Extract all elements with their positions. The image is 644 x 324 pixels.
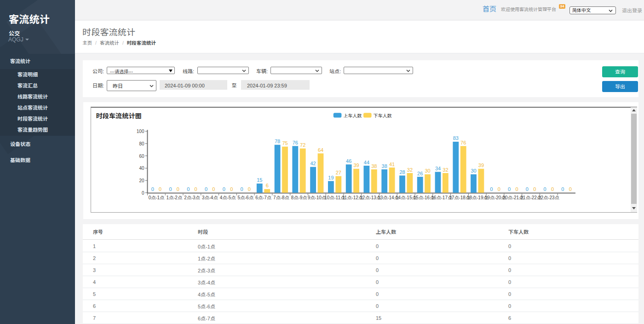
svg-text:26: 26 bbox=[417, 171, 423, 176]
svg-text:0: 0 bbox=[187, 186, 190, 192]
svg-text:64: 64 bbox=[318, 147, 323, 153]
svg-text:0: 0 bbox=[169, 186, 172, 192]
svg-text:46: 46 bbox=[346, 158, 351, 164]
svg-text:0: 0 bbox=[142, 191, 144, 196]
svg-text:下车人数: 下车人数 bbox=[374, 113, 392, 118]
svg-text:6: 6 bbox=[266, 183, 269, 188]
svg-text:41: 41 bbox=[389, 162, 395, 167]
svg-text:0: 0 bbox=[240, 186, 243, 192]
svg-text:39: 39 bbox=[478, 162, 484, 168]
svg-text:44: 44 bbox=[364, 160, 369, 165]
svg-text:0: 0 bbox=[508, 186, 511, 192]
svg-text:上车人数: 上车人数 bbox=[344, 113, 362, 118]
svg-text:0: 0 bbox=[159, 186, 161, 192]
svg-text:9点-10点: 9点-10点 bbox=[308, 195, 326, 200]
svg-text:0: 0 bbox=[490, 186, 493, 192]
svg-text:0: 0 bbox=[230, 186, 233, 192]
svg-text:38: 38 bbox=[382, 163, 387, 169]
svg-text:7点-8点: 7点-8点 bbox=[273, 195, 289, 200]
svg-text:0: 0 bbox=[551, 186, 554, 192]
svg-text:34: 34 bbox=[435, 166, 441, 171]
svg-text:3点-4点: 3点-4点 bbox=[202, 195, 218, 200]
svg-text:0: 0 bbox=[151, 186, 154, 192]
svg-text:时段车流统计图: 时段车流统计图 bbox=[96, 112, 142, 120]
svg-text:60: 60 bbox=[139, 154, 144, 159]
svg-text:76: 76 bbox=[293, 140, 298, 145]
svg-text:0: 0 bbox=[569, 186, 572, 192]
svg-text:76: 76 bbox=[460, 140, 466, 145]
svg-text:80: 80 bbox=[139, 141, 144, 146]
svg-text:1点-2点: 1点-2点 bbox=[166, 195, 182, 200]
svg-text:75: 75 bbox=[282, 140, 288, 146]
svg-text:0: 0 bbox=[177, 186, 179, 192]
svg-text:39: 39 bbox=[353, 162, 359, 168]
svg-text:2点-3点: 2点-3点 bbox=[184, 195, 200, 200]
svg-text:40: 40 bbox=[139, 166, 144, 171]
svg-text:0: 0 bbox=[533, 186, 536, 192]
svg-text:83: 83 bbox=[453, 135, 459, 141]
svg-text:0: 0 bbox=[195, 186, 197, 192]
svg-text:30: 30 bbox=[471, 168, 476, 174]
svg-text:78: 78 bbox=[275, 139, 280, 144]
svg-text:8点-9点: 8点-9点 bbox=[291, 195, 307, 200]
svg-text:5点-6点: 5点-6点 bbox=[237, 195, 253, 200]
svg-text:30: 30 bbox=[425, 168, 430, 174]
svg-text:72: 72 bbox=[300, 142, 305, 148]
svg-text:0: 0 bbox=[561, 186, 564, 192]
svg-text:19: 19 bbox=[328, 175, 334, 180]
svg-text:4点-5点: 4点-5点 bbox=[220, 195, 236, 200]
svg-text:0: 0 bbox=[205, 186, 207, 192]
svg-text:0: 0 bbox=[544, 186, 546, 192]
svg-text:0: 0 bbox=[212, 186, 215, 192]
svg-text:0: 0 bbox=[526, 186, 529, 192]
svg-text:100: 100 bbox=[137, 129, 144, 134]
svg-text:0: 0 bbox=[223, 186, 225, 192]
svg-text:32: 32 bbox=[443, 167, 448, 173]
svg-text:0: 0 bbox=[248, 186, 251, 192]
svg-text:0: 0 bbox=[498, 186, 500, 192]
svg-text:20: 20 bbox=[139, 178, 144, 183]
svg-text:32: 32 bbox=[407, 167, 413, 173]
svg-text:38: 38 bbox=[371, 163, 377, 169]
svg-text:28: 28 bbox=[399, 169, 405, 175]
svg-text:22点-23点: 22点-23点 bbox=[538, 195, 559, 200]
svg-text:15: 15 bbox=[257, 177, 262, 183]
svg-text:27: 27 bbox=[336, 170, 341, 175]
svg-text:0: 0 bbox=[515, 186, 518, 192]
svg-text:42: 42 bbox=[310, 161, 316, 166]
svg-text:0点-1点: 0点-1点 bbox=[149, 195, 164, 200]
svg-text:6点-7点: 6点-7点 bbox=[255, 195, 271, 200]
